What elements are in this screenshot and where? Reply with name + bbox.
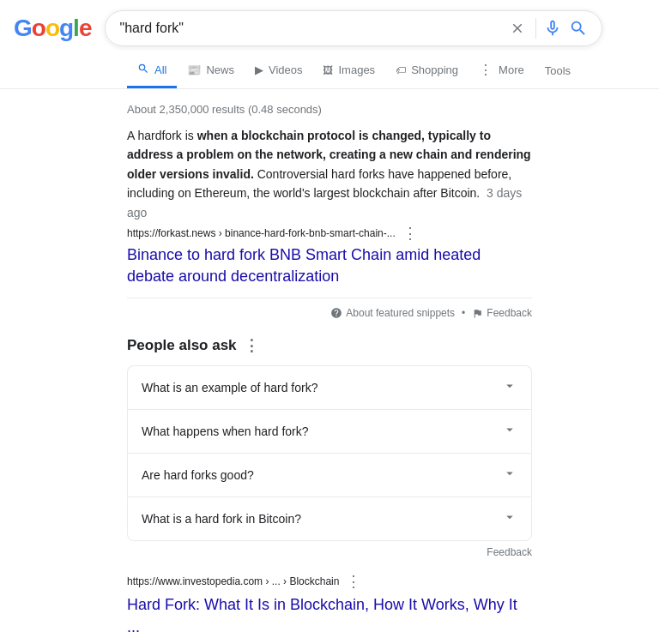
featured-text: A hardfork is when a blockchain protocol… (127, 126, 532, 222)
paa-item[interactable]: What is an example of hard fork? (127, 365, 532, 409)
tab-news-label: News (206, 63, 234, 76)
paa-title: People also ask (127, 337, 237, 354)
videos-tab-icon: ▶ (255, 63, 263, 76)
about-snippets-text: About featured snippets (346, 307, 455, 319)
paa-feedback-link[interactable]: Feedback (487, 546, 532, 558)
search-icon (569, 19, 588, 38)
flag-icon (472, 308, 483, 319)
results-count: About 2,350,000 results (0.48 seconds) (127, 96, 532, 126)
investopedia-result-link[interactable]: Hard Fork: What It Is in Blockchain, How… (127, 596, 517, 635)
tab-all[interactable]: All (127, 54, 177, 88)
paa-question-1: What is an example of hard fork? (142, 381, 317, 394)
search-input[interactable] (119, 21, 499, 36)
shopping-tab-icon: 🏷 (396, 64, 406, 76)
paa-question-3: Are hard forks good? (142, 468, 254, 482)
more-tab-icon: ⋮ (479, 62, 493, 78)
result-source-text: https://www.investopedia.com › ... › Blo… (127, 575, 339, 587)
result-more-button[interactable]: ⋮ (346, 572, 361, 591)
tab-shopping-label: Shopping (411, 63, 458, 76)
chevron-down-icon (502, 422, 517, 441)
main-content: About 2,350,000 results (0.48 seconds) A… (0, 89, 659, 644)
paa-question-4: What is a hard fork in Bitcoin? (142, 512, 301, 526)
featured-snippet: A hardfork is when a blockchain protocol… (127, 126, 532, 322)
tab-news[interactable]: 📰 News (177, 55, 245, 87)
images-tab-icon: 🖼 (323, 64, 333, 76)
about-featured-snippets-link[interactable]: About featured snippets (330, 307, 455, 319)
close-icon (510, 21, 525, 36)
dot-separator: • (462, 307, 465, 319)
featured-text-before: A hardfork is (127, 129, 197, 142)
snippet-more-button[interactable]: ⋮ (402, 226, 418, 241)
snippet-divider (127, 298, 532, 298)
question-icon (330, 307, 342, 319)
header: Google (0, 0, 659, 46)
snippet-source-url: https://forkast.news › binance-hard-fork… (127, 226, 532, 241)
snippet-feedback-text: Feedback (487, 307, 532, 319)
paa-question-2: What happens when hard fork? (142, 424, 309, 438)
tab-shopping[interactable]: 🏷 Shopping (385, 55, 469, 87)
people-also-ask-section: People also ask ⋮ What is an example of … (127, 336, 532, 558)
result-source-url: https://www.investopedia.com › ... › Blo… (127, 572, 532, 591)
clear-search-button[interactable] (506, 21, 529, 36)
chevron-down-icon (502, 378, 517, 397)
snippet-footer: About featured snippets • Feedback (127, 304, 532, 322)
paa-more-button[interactable]: ⋮ (244, 336, 259, 355)
google-logo: Google (14, 16, 91, 40)
search-bar (105, 10, 602, 46)
snippet-url-text: https://forkast.news › binance-hard-fork… (127, 227, 396, 239)
all-tab-icon (137, 63, 149, 77)
tab-videos-label: Videos (269, 63, 303, 76)
paa-header: People also ask ⋮ (127, 336, 532, 355)
tools-button[interactable]: Tools (535, 56, 581, 86)
paa-footer: Feedback (127, 546, 532, 558)
paa-feedback-text: Feedback (487, 546, 532, 558)
tab-all-label: All (154, 63, 166, 76)
mic-icon (543, 19, 562, 38)
investopedia-result: https://www.investopedia.com › ... › Blo… (127, 572, 532, 644)
tab-images[interactable]: 🖼 Images (312, 55, 385, 87)
chevron-down-icon (502, 466, 517, 485)
search-submit-button[interactable] (569, 19, 588, 38)
chevron-down-icon (502, 509, 517, 528)
news-tab-icon: 📰 (187, 63, 201, 76)
search-bar-divider (535, 18, 536, 39)
voice-search-button[interactable] (543, 19, 562, 38)
tab-more-label: More (499, 63, 524, 76)
tab-images-label: Images (338, 63, 375, 76)
nav-tabs: All 📰 News ▶ Videos 🖼 Images 🏷 Shopping … (0, 46, 659, 89)
snippet-result-link[interactable]: Binance to hard fork BNB Smart Chain ami… (127, 246, 481, 285)
tab-more[interactable]: ⋮ More (469, 53, 535, 89)
paa-item[interactable]: Are hard forks good? (127, 453, 532, 497)
tab-videos[interactable]: ▶ Videos (245, 55, 313, 87)
snippet-feedback-link[interactable]: Feedback (472, 307, 532, 319)
paa-item[interactable]: What happens when hard fork? (127, 409, 532, 453)
paa-item[interactable]: What is a hard fork in Bitcoin? (127, 497, 532, 541)
